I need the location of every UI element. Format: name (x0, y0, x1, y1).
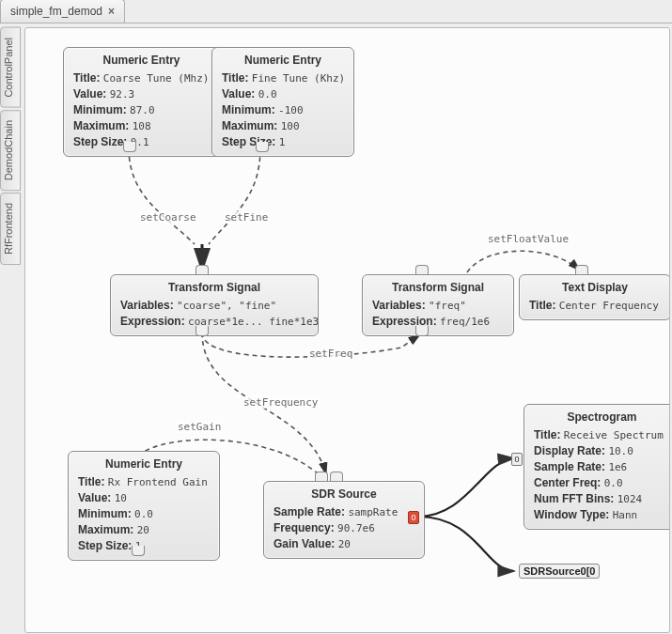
block-title: Transform Signal (372, 281, 504, 294)
side-tab-controlpanel[interactable]: ControlPanel (0, 27, 21, 108)
main-area: ControlPanel DemodChain RfFrontend (0, 23, 672, 634)
close-icon[interactable]: × (108, 5, 115, 18)
tab-simple-fm-demod[interactable]: simple_fm_demod × (0, 0, 125, 23)
input-port[interactable]: 0 (511, 453, 523, 466)
tab-title: simple_fm_demod (10, 5, 102, 18)
block-numeric-entry-coarse[interactable]: Numeric Entry Title: Coarse Tune (Mhz) V… (63, 47, 220, 157)
block-title: Numeric Entry (78, 457, 210, 471)
block-sdr-source[interactable]: SDR Source Sample Rate: sampRate Frequen… (263, 481, 425, 559)
edge-label-setfreq: setFreq (307, 348, 354, 360)
block-transform-signal-1[interactable]: Transform Signal Variables: "coarse", "f… (110, 274, 319, 336)
edge-label-setcoarse: setCoarse (138, 211, 198, 224)
port-stub[interactable] (132, 546, 145, 556)
block-spectrogram[interactable]: Spectrogram Title: Receive Spectrum Disp… (524, 404, 670, 530)
tab-bar: simple_fm_demod × (0, 0, 672, 23)
block-title: Text Display (529, 281, 661, 294)
endpoint-sdrsource0[interactable]: SDRSource0[0 (519, 564, 600, 579)
edge-label-setfrequency: setFrequency (242, 396, 320, 409)
edge-label-setfloatvalue: setFloatValue (486, 233, 570, 245)
side-tab-rffrontend[interactable]: RfFrontend (0, 193, 21, 265)
port-stub[interactable] (415, 326, 429, 336)
block-title: Spectrogram (534, 410, 670, 424)
block-numeric-entry-fine[interactable]: Numeric Entry Title: Fine Tune (Khz) Val… (211, 47, 354, 157)
block-transform-signal-2[interactable]: Transform Signal Variables: "freq" Expre… (362, 274, 514, 336)
edge-label-setgain: setGain (176, 421, 223, 433)
block-title: SDR Source (273, 487, 414, 501)
edge-label-setfine: setFine (223, 211, 270, 224)
block-title: Transform Signal (120, 281, 308, 294)
side-tab-demodchain[interactable]: DemodChain (0, 110, 21, 191)
flowgraph-canvas[interactable]: Numeric Entry Title: Coarse Tune (Mhz) V… (24, 27, 670, 633)
block-numeric-entry-gain[interactable]: Numeric Entry Title: Rx Frontend Gain Va… (68, 451, 220, 561)
port-stub[interactable] (195, 326, 209, 336)
block-title: Numeric Entry (73, 54, 210, 67)
port-stub[interactable] (256, 142, 269, 152)
side-tabs: ControlPanel DemodChain RfFrontend (0, 27, 21, 265)
block-title: Numeric Entry (222, 54, 344, 67)
block-text-display[interactable]: Text Display Title: Center Frequency (519, 274, 670, 320)
port-stub[interactable] (123, 142, 136, 152)
output-port[interactable]: 0 (408, 511, 419, 524)
